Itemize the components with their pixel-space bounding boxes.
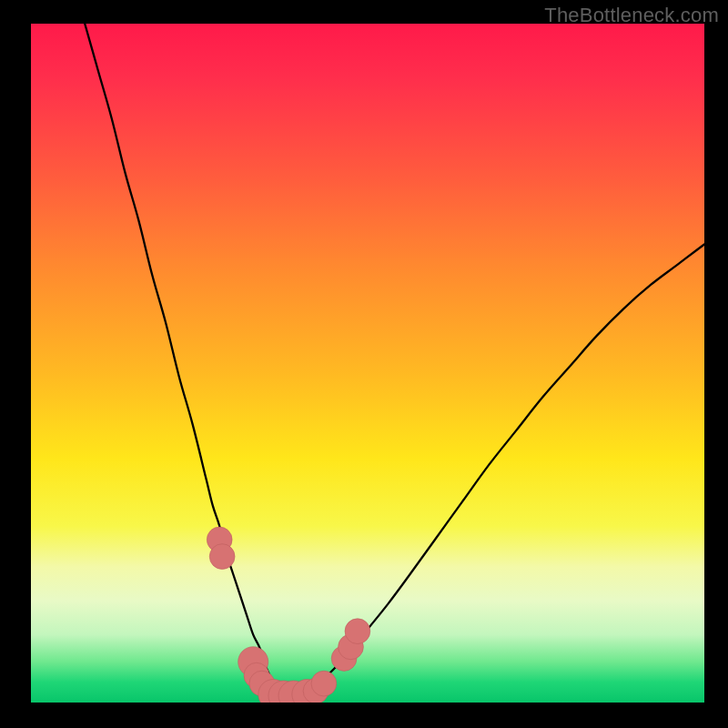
curve-left-branch: [85, 24, 287, 697]
watermark-text: TheBottleneck.com: [544, 4, 719, 27]
data-dot: [345, 619, 370, 644]
chart-frame: TheBottleneck.com: [0, 0, 728, 728]
chart-svg: [31, 24, 704, 703]
plot-area: [31, 24, 704, 703]
curve-group: [85, 24, 704, 697]
data-dot: [311, 671, 337, 696]
data-dot: [209, 544, 235, 570]
dots-group: [207, 527, 369, 703]
